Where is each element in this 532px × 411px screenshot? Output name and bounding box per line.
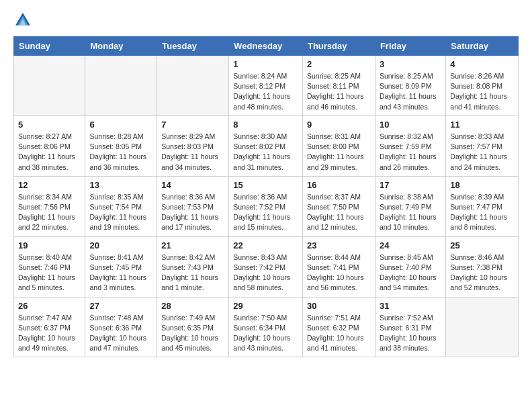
calendar-cell: 17Sunrise: 8:38 AMSunset: 7:49 PMDayligh…	[375, 176, 445, 236]
calendar-cell: 22Sunrise: 8:43 AMSunset: 7:42 PMDayligh…	[229, 236, 303, 297]
day-info: Sunrise: 8:41 AMSunset: 7:45 PMDaylight:…	[89, 253, 152, 293]
day-info: Sunrise: 8:30 AMSunset: 8:02 PMDaylight:…	[233, 132, 298, 173]
week-row-3: 12Sunrise: 8:34 AMSunset: 7:56 PMDayligh…	[14, 176, 519, 236]
day-info: Sunrise: 8:43 AMSunset: 7:42 PMDaylight:…	[233, 253, 298, 293]
calendar-cell: 2Sunrise: 8:25 AMSunset: 8:11 PMDaylight…	[302, 56, 375, 116]
day-info: Sunrise: 8:29 AMSunset: 8:03 PMDaylight:…	[161, 132, 224, 173]
weekday-header-friday: Friday	[375, 37, 445, 56]
day-number: 24	[380, 240, 441, 250]
day-info: Sunrise: 8:46 AMSunset: 7:38 PMDaylight:…	[450, 253, 514, 293]
day-info: Sunrise: 8:36 AMSunset: 7:52 PMDaylight:…	[233, 192, 298, 233]
day-info: Sunrise: 8:28 AMSunset: 8:05 PMDaylight:…	[89, 132, 152, 173]
day-info: Sunrise: 8:27 AMSunset: 8:06 PMDaylight:…	[18, 132, 81, 173]
day-number: 10	[380, 120, 441, 130]
weekday-header-thursday: Thursday	[302, 37, 375, 56]
calendar-cell: 31Sunrise: 7:52 AMSunset: 6:31 PMDayligh…	[375, 297, 445, 357]
day-number: 21	[161, 240, 224, 250]
calendar-cell: 4Sunrise: 8:26 AMSunset: 8:08 PMDaylight…	[446, 56, 519, 116]
day-number: 7	[161, 120, 224, 130]
logo	[13, 11, 35, 30]
calendar-cell: 23Sunrise: 8:44 AMSunset: 7:41 PMDayligh…	[302, 236, 375, 297]
calendar-cell: 10Sunrise: 8:32 AMSunset: 7:59 PMDayligh…	[375, 116, 445, 176]
day-number: 23	[307, 240, 371, 250]
calendar-cell: 8Sunrise: 8:30 AMSunset: 8:02 PMDaylight…	[229, 116, 303, 176]
logo-icon	[13, 11, 32, 30]
week-row-5: 26Sunrise: 7:47 AMSunset: 6:37 PMDayligh…	[14, 297, 519, 357]
calendar-cell: 25Sunrise: 8:46 AMSunset: 7:38 PMDayligh…	[446, 236, 519, 297]
calendar-cell: 29Sunrise: 7:50 AMSunset: 6:34 PMDayligh…	[229, 297, 303, 357]
calendar-cell	[157, 56, 229, 116]
week-row-4: 19Sunrise: 8:40 AMSunset: 7:46 PMDayligh…	[14, 236, 519, 297]
calendar-cell: 7Sunrise: 8:29 AMSunset: 8:03 PMDaylight…	[157, 116, 229, 176]
day-info: Sunrise: 8:34 AMSunset: 7:56 PMDaylight:…	[18, 192, 81, 233]
week-row-2: 5Sunrise: 8:27 AMSunset: 8:06 PMDaylight…	[14, 116, 519, 176]
day-number: 25	[450, 240, 514, 250]
day-number: 27	[89, 301, 152, 311]
page: SundayMondayTuesdayWednesdayThursdayFrid…	[0, 0, 532, 411]
calendar-cell: 30Sunrise: 7:51 AMSunset: 6:32 PMDayligh…	[302, 297, 375, 357]
day-number: 14	[161, 180, 224, 190]
weekday-header-row: SundayMondayTuesdayWednesdayThursdayFrid…	[14, 37, 519, 56]
calendar-cell: 5Sunrise: 8:27 AMSunset: 8:06 PMDaylight…	[14, 116, 85, 176]
calendar-cell: 11Sunrise: 8:33 AMSunset: 7:57 PMDayligh…	[446, 116, 519, 176]
calendar-cell	[446, 297, 519, 357]
calendar-cell: 16Sunrise: 8:37 AMSunset: 7:50 PMDayligh…	[302, 176, 375, 236]
day-number: 16	[307, 180, 371, 190]
day-info: Sunrise: 8:37 AMSunset: 7:50 PMDaylight:…	[307, 192, 371, 233]
calendar-cell: 1Sunrise: 8:24 AMSunset: 8:12 PMDaylight…	[229, 56, 303, 116]
day-number: 6	[89, 120, 152, 130]
day-info: Sunrise: 8:45 AMSunset: 7:40 PMDaylight:…	[380, 253, 441, 293]
calendar-cell: 27Sunrise: 7:48 AMSunset: 6:36 PMDayligh…	[85, 297, 157, 357]
day-number: 12	[18, 180, 81, 190]
calendar-cell: 19Sunrise: 8:40 AMSunset: 7:46 PMDayligh…	[14, 236, 85, 297]
day-info: Sunrise: 8:36 AMSunset: 7:53 PMDaylight:…	[161, 192, 224, 233]
day-info: Sunrise: 7:51 AMSunset: 6:32 PMDaylight:…	[307, 313, 371, 354]
day-info: Sunrise: 8:25 AMSunset: 8:09 PMDaylight:…	[380, 71, 441, 112]
calendar-cell: 14Sunrise: 8:36 AMSunset: 7:53 PMDayligh…	[157, 176, 229, 236]
day-info: Sunrise: 7:50 AMSunset: 6:34 PMDaylight:…	[233, 313, 298, 354]
calendar-cell: 12Sunrise: 8:34 AMSunset: 7:56 PMDayligh…	[14, 176, 85, 236]
weekday-header-tuesday: Tuesday	[157, 37, 229, 56]
calendar-cell	[14, 56, 85, 116]
calendar-cell: 13Sunrise: 8:35 AMSunset: 7:54 PMDayligh…	[85, 176, 157, 236]
day-number: 26	[18, 301, 81, 311]
day-info: Sunrise: 8:24 AMSunset: 8:12 PMDaylight:…	[233, 71, 298, 112]
day-info: Sunrise: 7:47 AMSunset: 6:37 PMDaylight:…	[18, 313, 81, 354]
day-info: Sunrise: 8:26 AMSunset: 8:08 PMDaylight:…	[450, 71, 514, 112]
day-number: 8	[233, 120, 298, 130]
header-area	[13, 11, 519, 30]
day-info: Sunrise: 7:52 AMSunset: 6:31 PMDaylight:…	[380, 313, 441, 354]
day-number: 29	[233, 301, 298, 311]
calendar-cell	[85, 56, 157, 116]
weekday-header-sunday: Sunday	[14, 37, 85, 56]
day-info: Sunrise: 8:35 AMSunset: 7:54 PMDaylight:…	[89, 192, 152, 233]
calendar-cell: 26Sunrise: 7:47 AMSunset: 6:37 PMDayligh…	[14, 297, 85, 357]
day-number: 2	[307, 59, 371, 69]
calendar-cell: 21Sunrise: 8:42 AMSunset: 7:43 PMDayligh…	[157, 236, 229, 297]
day-number: 4	[450, 59, 514, 69]
day-number: 1	[233, 59, 298, 69]
day-number: 18	[450, 180, 514, 190]
day-number: 13	[89, 180, 152, 190]
weekday-header-saturday: Saturday	[446, 37, 519, 56]
calendar-cell: 24Sunrise: 8:45 AMSunset: 7:40 PMDayligh…	[375, 236, 445, 297]
calendar-cell: 9Sunrise: 8:31 AMSunset: 8:00 PMDaylight…	[302, 116, 375, 176]
day-info: Sunrise: 8:31 AMSunset: 8:00 PMDaylight:…	[307, 132, 371, 173]
day-info: Sunrise: 8:39 AMSunset: 7:47 PMDaylight:…	[450, 192, 514, 233]
day-info: Sunrise: 8:38 AMSunset: 7:49 PMDaylight:…	[380, 192, 441, 233]
day-info: Sunrise: 8:32 AMSunset: 7:59 PMDaylight:…	[380, 132, 441, 173]
weekday-header-monday: Monday	[85, 37, 157, 56]
day-number: 17	[380, 180, 441, 190]
calendar-cell: 3Sunrise: 8:25 AMSunset: 8:09 PMDaylight…	[375, 56, 445, 116]
day-number: 11	[450, 120, 514, 130]
day-number: 30	[307, 301, 371, 311]
calendar-cell: 20Sunrise: 8:41 AMSunset: 7:45 PMDayligh…	[85, 236, 157, 297]
day-number: 19	[18, 240, 81, 250]
day-number: 20	[89, 240, 152, 250]
week-row-1: 1Sunrise: 8:24 AMSunset: 8:12 PMDaylight…	[14, 56, 519, 116]
calendar-cell: 15Sunrise: 8:36 AMSunset: 7:52 PMDayligh…	[229, 176, 303, 236]
day-number: 5	[18, 120, 81, 130]
day-number: 9	[307, 120, 371, 130]
day-info: Sunrise: 8:42 AMSunset: 7:43 PMDaylight:…	[161, 253, 224, 293]
day-info: Sunrise: 8:40 AMSunset: 7:46 PMDaylight:…	[18, 253, 81, 293]
